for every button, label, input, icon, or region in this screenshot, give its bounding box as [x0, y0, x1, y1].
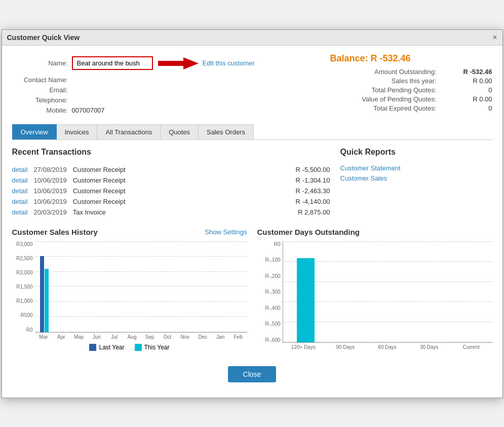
amount-outstanding-label: Amount Outstanding: [374, 68, 436, 76]
days-y-axis: R0 R-,100 R-,200 R-,300 R-,400 R-,500 R-… [257, 241, 283, 343]
red-arrow-icon [158, 53, 199, 74]
trans-desc: Customer Receipt [73, 198, 126, 205]
legend-this-year: This Year [135, 344, 170, 351]
telephone-row: Telephone: [12, 96, 320, 104]
days-bar [297, 258, 315, 342]
trans-date: 27/08/2019 [34, 166, 67, 173]
detail-link[interactable]: detail [12, 198, 28, 205]
amount-outstanding-row: Amount Outstanding: R -532.46 [330, 68, 492, 76]
x-label: May [70, 334, 88, 340]
tab-sales-orders[interactable]: Sales Orders [199, 124, 254, 139]
sales-bars [35, 241, 247, 332]
y-label-1: R500 [12, 312, 33, 318]
email-label: Email: [12, 86, 68, 94]
modal-body: Name: Beat around the bush Edit this cus… [2, 46, 502, 398]
x-label: Mar [35, 334, 53, 340]
y-label-0: R0 [12, 327, 33, 333]
edit-customer-link[interactable]: Edit this customer [203, 59, 255, 67]
detail-link[interactable]: detail [12, 176, 28, 184]
tab-overview[interactable]: Overview [12, 124, 57, 139]
trans-desc: Customer Receipt [73, 166, 126, 173]
quick-report-link[interactable]: Customer Statement [340, 164, 492, 172]
amount-outstanding-value: R -532.46 [452, 68, 492, 76]
balance-amount: Balance: R -532.46 [330, 53, 492, 64]
trans-amount: R -1,304.10 [296, 176, 330, 184]
trans-desc: Tax Invoice [73, 208, 106, 216]
sales-y-axis: R0 R500 R1,000 R1,500 R2,000 R2,500 R3,0… [12, 241, 35, 333]
days-y-label-6: R-,600 [257, 337, 281, 343]
sales-legend: Last Year This Year [12, 344, 247, 351]
days-chart-inner: 120+ Days90 Days60 Days30 DaysCurrent [283, 241, 492, 350]
name-value: Beat around the bush [72, 56, 153, 70]
x-label: Oct [159, 334, 176, 340]
sales-history-header: Customer Sales History Show Settings [12, 228, 247, 236]
trans-amount: R 2,875.00 [298, 208, 330, 216]
expired-quotes-value: 0 [452, 104, 492, 112]
table-row: detail 20/03/2019 Tax Invoice R 2,875.00 [12, 207, 330, 218]
svg-marker-1 [183, 57, 199, 69]
sales-chart-inner: MarAprMayJunJulAugSepOctNovDecJanFeb [35, 241, 247, 340]
detail-link[interactable]: detail [12, 166, 28, 173]
days-bar-group [408, 241, 449, 342]
legend-last-year: Last Year [89, 344, 124, 351]
trans-date: 20/03/2019 [34, 208, 67, 216]
close-icon[interactable]: × [492, 33, 497, 42]
days-bar-group [286, 241, 327, 342]
y-label-3: R1,500 [12, 284, 33, 290]
trans-amount: R -5,500.00 [296, 166, 330, 173]
bar-this-year [45, 269, 49, 332]
x-label: Nov [176, 334, 194, 340]
left-panel: Recent Transactions detail 27/08/2019 Cu… [12, 148, 330, 218]
sales-history-section: Customer Sales History Show Settings R0 … [12, 228, 247, 351]
x-label: Jun [88, 334, 105, 340]
days-x-label: 30 Days [408, 344, 450, 350]
trans-date: 10/06/2019 [34, 187, 67, 195]
trans-date: 10/06/2019 [34, 176, 67, 184]
sales-chart-canvas [35, 241, 247, 333]
legend-last-year-color [89, 344, 96, 351]
x-label: Sep [141, 334, 159, 340]
tab-invoices[interactable]: Invoices [57, 124, 98, 139]
days-outstanding-section: Customer Days Outstanding R0 R-,100 R-,2… [257, 228, 492, 351]
tab-all-transactions[interactable]: All Transactions [97, 124, 161, 139]
days-y-label-4: R-,400 [257, 305, 281, 311]
info-left: Name: Beat around the bush Edit this cus… [12, 53, 320, 117]
detail-link[interactable]: detail [12, 208, 28, 216]
pending-quotes-value-row: Value of Pending Quotes: R 0.00 [330, 95, 492, 103]
tab-quotes[interactable]: Quotes [161, 124, 199, 139]
days-y-label-1: R-,100 [257, 257, 281, 263]
legend-last-year-label: Last Year [99, 344, 124, 351]
name-label: Name: [12, 59, 68, 67]
right-panel: Quick Reports Customer StatementCustomer… [340, 148, 492, 218]
days-chart-body: R0 R-,100 R-,200 R-,300 R-,400 R-,500 R-… [257, 241, 492, 350]
tabs-bar: Overview Invoices All Transactions Quote… [12, 124, 492, 140]
customer-quick-view-modal: Customer Quick View × Name: Beat around … [2, 29, 503, 398]
show-settings-link[interactable]: Show Settings [205, 228, 247, 236]
quick-report-link[interactable]: Customer Sales [340, 174, 492, 182]
table-row: detail 27/08/2019 Customer Receipt R -5,… [12, 164, 330, 175]
days-x-labels: 120+ Days90 Days60 Days30 DaysCurrent [283, 344, 492, 350]
table-row: detail 10/06/2019 Customer Receipt R -4,… [12, 196, 330, 207]
quick-reports-title: Quick Reports [340, 148, 492, 157]
contact-row: Contact Name: [12, 76, 320, 84]
legend-this-year-label: This Year [144, 344, 170, 351]
table-row: detail 10/06/2019 Customer Receipt R -1,… [12, 175, 330, 186]
mobile-label: Mobile: [12, 106, 68, 114]
trans-desc: Customer Receipt [73, 176, 126, 184]
detail-link[interactable]: detail [12, 187, 28, 195]
bar-group [36, 256, 54, 332]
days-bar-group [449, 241, 490, 342]
x-label: Dec [194, 334, 212, 340]
recent-transactions-title: Recent Transactions [12, 148, 330, 157]
close-button[interactable]: Close [228, 366, 277, 382]
bar-last-year [40, 256, 44, 332]
email-row: Email: [12, 86, 320, 94]
content-area: Recent Transactions detail 27/08/2019 Cu… [12, 148, 492, 218]
charts-area: Customer Sales History Show Settings R0 … [12, 228, 492, 351]
days-x-label: 60 Days [366, 344, 408, 350]
y-label-4: R2,000 [12, 270, 33, 275]
svg-rect-2 [158, 61, 183, 66]
days-outstanding-title: Customer Days Outstanding [257, 228, 360, 236]
x-label: Feb [229, 334, 247, 340]
sales-year-row: Sales this year: R 0.00 [330, 77, 492, 85]
